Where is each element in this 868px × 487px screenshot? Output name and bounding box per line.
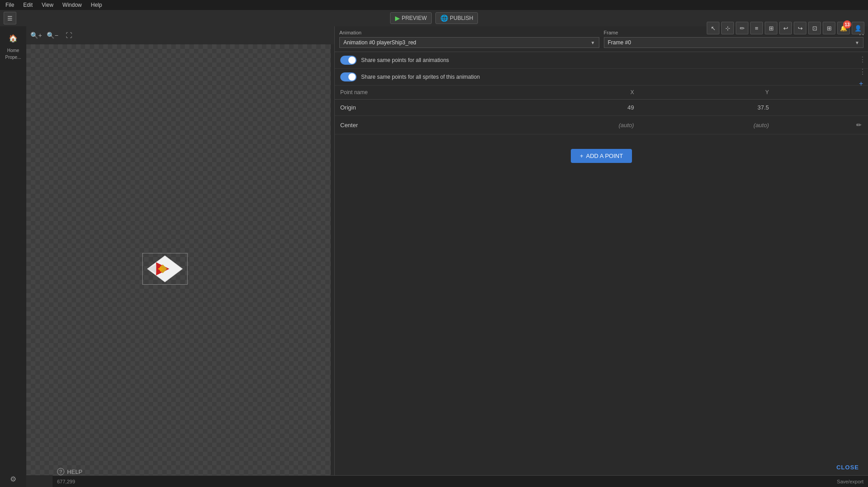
coordinates-display: 677,299	[57, 479, 75, 484]
frame-dropdown-arrow: ▼	[855, 40, 859, 45]
point-actions-center[interactable]: ✏	[778, 116, 868, 134]
fullscreen-icon: ⛶	[66, 32, 72, 39]
editor-area: 🔍+ 🔍− ⛶	[26, 26, 868, 487]
animation-selector-group: Animation Animation #0 playerShip3_red ▼	[339, 30, 599, 48]
col-header-actions	[778, 86, 868, 100]
edit-center-button[interactable]: ✏	[854, 120, 864, 129]
preview-label: PREVIEW	[402, 15, 427, 21]
layout-tool[interactable]: ⊞	[765, 22, 777, 34]
frame-select[interactable]: Frame #0 ▼	[604, 37, 864, 48]
table-row: Origin 49 37.5	[335, 100, 868, 116]
toggle-row-2: Share same points for all sprites of thi…	[335, 69, 868, 86]
cursor-tool[interactable]: ↖	[707, 22, 719, 34]
point-y-origin: 37.5	[643, 100, 778, 116]
sidebar-home[interactable]: 🏠	[5, 30, 21, 46]
toggle2-label: Share same points for all sprites of thi…	[361, 74, 480, 80]
origin-crosshair: ✛	[158, 265, 164, 273]
animation-value: Animation #0 playerShip3_red	[343, 39, 416, 46]
add-point-label: ADD A POINT	[586, 153, 623, 159]
point-y-center: (auto)	[643, 116, 778, 134]
checkerboard-canvas[interactable]: ✛	[26, 44, 334, 475]
top-toolbar: ☰ ▶ PREVIEW 🌐 PUBLISH ↖ ⊹ ✏ ≡ ⊞ ↩ ↪ ⊡ ⊞ …	[0, 10, 868, 26]
notification-badge: 13	[843, 20, 851, 29]
publish-button[interactable]: 🌐 PUBLISH	[435, 12, 478, 24]
menu-item-edit[interactable]: Edit	[21, 1, 34, 9]
point-actions-origin	[778, 100, 868, 116]
status-bar: 677,299 Save/export	[53, 475, 868, 487]
menu-icon[interactable]: ☰	[4, 12, 16, 24]
close-label: CLOSE	[836, 464, 859, 471]
sidebar-bottom: ⚙	[5, 471, 21, 487]
sprite-container: ✛	[142, 253, 188, 285]
toggle-all-sprites[interactable]	[340, 72, 357, 81]
help-button[interactable]: ? HELP	[57, 468, 82, 475]
canvas-vscroll[interactable]	[331, 44, 334, 475]
animation-label: Animation	[339, 30, 599, 35]
ship-svg	[143, 253, 187, 284]
publish-label: PUBLISH	[450, 15, 473, 21]
edit-tool[interactable]: ✏	[736, 22, 748, 34]
points-table: Point name X Y Origin 49 37.5	[335, 86, 868, 134]
fullscreen-button[interactable]: ⛶	[63, 29, 75, 42]
redo-btn[interactable]: ↪	[794, 22, 806, 34]
menu-item-window[interactable]: Window	[61, 1, 84, 9]
play-icon: ▶	[395, 14, 400, 22]
point-x-center: (auto)	[508, 116, 643, 134]
sidebar-properties[interactable]: Prope...	[5, 55, 21, 60]
menu-item-view[interactable]: View	[40, 1, 55, 9]
toolbar-right: ↖ ⊹ ✏ ≡ ⊞ ↩ ↪ ⊡ ⊞ 🔔 13 👤	[707, 20, 864, 36]
account-btn[interactable]: 👤	[852, 22, 864, 34]
preview-button[interactable]: ▶ PREVIEW	[390, 12, 432, 24]
select-tool[interactable]: ⊹	[721, 22, 734, 34]
col-header-x: X	[508, 86, 643, 100]
add-point-container: + ADD A POINT	[335, 142, 868, 170]
toggle-all-animations[interactable]	[340, 56, 357, 65]
toggle1-label: Share same points for all animations	[361, 57, 449, 63]
zoom-out-icon: 🔍−	[47, 32, 58, 39]
zoom-in-icon: 🔍+	[30, 32, 42, 39]
animation-select[interactable]: Animation #0 playerShip3_red ▼	[339, 37, 599, 48]
menu-item-help[interactable]: Help	[89, 1, 104, 9]
panel-add-icon[interactable]: +	[859, 80, 866, 88]
right-panel: Animation Animation #0 playerShip3_red ▼…	[334, 26, 868, 475]
zoom-fit[interactable]: ⊡	[808, 22, 821, 34]
menu-item-file[interactable]: File	[4, 1, 16, 9]
zoom-out-button[interactable]: 🔍−	[46, 29, 59, 42]
canvas-view[interactable]: 🔍+ 🔍− ⛶	[26, 26, 334, 475]
left-sidebar: 🏠 Home Prope... ⚙	[0, 26, 26, 487]
sidebar-settings[interactable]: ⚙	[5, 471, 21, 487]
point-x-origin: 49	[508, 100, 643, 116]
add-point-plus-icon: +	[580, 153, 583, 159]
publish-icon: 🌐	[440, 14, 448, 22]
help-label: HELP	[67, 468, 82, 475]
col-header-y: Y	[643, 86, 778, 100]
sidebar-home-label[interactable]: Home	[5, 48, 21, 53]
animation-dropdown-arrow: ▼	[591, 40, 595, 45]
panel-more-icon[interactable]: ⋮	[859, 55, 866, 64]
sprite-box: ✛	[142, 253, 188, 285]
list-tool[interactable]: ≡	[750, 22, 763, 34]
panel-more-icon-2[interactable]: ⋮	[859, 67, 866, 76]
notifications[interactable]: 🔔 13	[837, 22, 850, 34]
point-name-center: Center	[335, 116, 508, 134]
frame-value: Frame #0	[608, 39, 631, 46]
menu-bar: File Edit View Window Help	[0, 0, 868, 10]
zoom-in-button[interactable]: 🔍+	[30, 29, 43, 42]
canvas-toolbar: 🔍+ 🔍− ⛶	[26, 26, 334, 44]
toggle-row-1: Share same points for all animations	[335, 52, 868, 69]
add-point-button[interactable]: + ADD A POINT	[571, 149, 632, 163]
status-right: Save/export	[837, 479, 863, 484]
table-row: Center (auto) (auto) ✏	[335, 116, 868, 134]
panel-side-actions: ⋮ ⋮ +	[857, 53, 868, 90]
undo-btn[interactable]: ↩	[779, 22, 792, 34]
close-button[interactable]: CLOSE	[827, 459, 868, 475]
col-header-name: Point name	[335, 86, 508, 100]
help-circle-icon: ?	[57, 468, 64, 475]
grid-view[interactable]: ⊞	[823, 22, 835, 34]
point-name-origin: Origin	[335, 100, 508, 116]
